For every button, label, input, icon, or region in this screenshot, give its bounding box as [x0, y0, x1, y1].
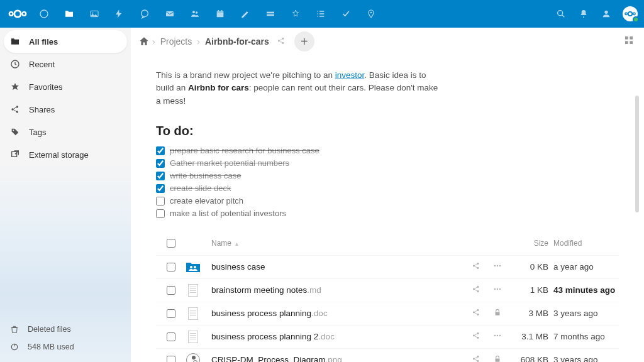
svg-point-16	[370, 12, 372, 14]
svg-point-5	[92, 13, 93, 14]
select-all-checkbox[interactable]	[167, 239, 175, 248]
row-checkbox[interactable]	[167, 286, 175, 295]
svg-point-25	[16, 106, 18, 107]
share-icon[interactable]	[472, 354, 480, 362]
row-checkbox[interactable]	[167, 263, 175, 272]
home-icon[interactable]	[138, 36, 150, 47]
share-icon[interactable]	[472, 331, 480, 342]
row-checkbox[interactable]	[167, 356, 175, 362]
folder-description: This is a brand new project we're pitchi…	[156, 69, 439, 107]
maps-icon[interactable]	[358, 0, 384, 28]
deck-icon[interactable]	[258, 0, 283, 28]
check-icon[interactable]	[333, 0, 358, 28]
todo-checkbox[interactable]	[156, 159, 165, 168]
svg-point-31	[282, 38, 284, 40]
calendar-icon[interactable]	[208, 0, 233, 28]
todo-checkbox[interactable]	[156, 172, 165, 180]
file-modified: 3 years ago	[553, 309, 619, 318]
dashboard-icon[interactable]	[31, 0, 57, 28]
scrollbar[interactable]	[635, 96, 639, 212]
file-row[interactable]: business process planning.doc 3 MB 3 yea…	[156, 302, 619, 325]
nav-all-files[interactable]: All files	[4, 30, 127, 53]
user-avatar[interactable]	[623, 6, 638, 21]
svg-point-41	[477, 267, 479, 269]
file-modified: 3 years ago	[553, 355, 619, 362]
todo-checkbox[interactable]	[156, 184, 165, 193]
svg-point-0	[14, 11, 21, 17]
nav-tags[interactable]: Tags	[4, 121, 127, 143]
contacts-menu-icon[interactable]	[596, 0, 616, 28]
nav-label: External storage	[29, 150, 89, 160]
svg-rect-36	[630, 41, 633, 44]
share-icon[interactable]	[472, 285, 480, 295]
row-checkbox[interactable]	[167, 309, 175, 318]
breadcrumb-separator: ›	[197, 36, 200, 47]
nav-shares[interactable]: Shares	[4, 98, 127, 121]
svg-point-46	[477, 286, 479, 288]
nav-deleted[interactable]: Deleted files	[10, 321, 121, 338]
file-modified: 43 minutes ago	[553, 285, 619, 295]
file-type-icon	[184, 330, 203, 344]
more-icon[interactable]	[493, 331, 502, 342]
todo-label: write business case	[170, 171, 241, 180]
nav-external[interactable]: External storage	[4, 143, 127, 166]
todo-checkbox[interactable]	[156, 146, 165, 155]
todo-list: prepare basic research for business case…	[156, 145, 619, 220]
nextcloud-logo[interactable]	[6, 3, 29, 25]
svg-point-19	[604, 11, 608, 14]
file-row[interactable]: CRISP-DM_Process_Diagram.png 608 KB 3 ye…	[156, 348, 619, 362]
svg-rect-33	[625, 36, 628, 40]
add-button[interactable]: +	[294, 31, 314, 52]
svg-point-59	[497, 335, 498, 336]
share-icon[interactable]	[472, 308, 480, 319]
presence-indicator	[633, 16, 639, 23]
todo-checkbox[interactable]	[156, 197, 165, 206]
todo-item: make a list of potential investors	[156, 207, 619, 220]
file-row[interactable]: brainstorm meeting notes.md 1 KB 43 minu…	[156, 278, 619, 302]
todo-item: write business case	[156, 170, 619, 182]
notes-icon[interactable]	[233, 0, 258, 28]
breadcrumb-item[interactable]: Projects	[158, 36, 195, 47]
file-list-header: Name▴ Size Modified	[156, 233, 619, 255]
more-icon[interactable]	[493, 261, 502, 272]
talk-icon[interactable]	[132, 0, 157, 28]
svg-rect-35	[625, 41, 628, 44]
investor-link[interactable]: investor	[335, 70, 365, 80]
share-icon[interactable]	[472, 261, 480, 272]
file-ext: .png	[326, 355, 342, 362]
svg-point-49	[497, 288, 498, 290]
share-icon[interactable]	[277, 36, 286, 47]
svg-point-48	[494, 288, 496, 290]
activity-icon[interactable]	[107, 0, 132, 28]
svg-point-20	[628, 12, 632, 16]
svg-point-44	[499, 265, 501, 266]
photos-icon[interactable]	[82, 0, 107, 28]
upgrade-icon[interactable]	[283, 0, 308, 28]
view-toggle-icon[interactable]	[624, 35, 634, 47]
nav-favorites[interactable]: Favorites	[4, 75, 127, 98]
todo-checkbox[interactable]	[156, 209, 165, 218]
col-size-label[interactable]: Size	[506, 239, 553, 248]
col-name-label[interactable]: Name	[211, 239, 231, 248]
file-size: 0 KB	[506, 262, 553, 272]
svg-point-40	[477, 263, 479, 265]
svg-point-45	[473, 288, 475, 290]
more-icon[interactable]	[493, 285, 502, 295]
file-row[interactable]: business case 0 KB a year ago	[156, 255, 619, 278]
contacts-icon[interactable]	[182, 0, 208, 28]
notifications-icon[interactable]	[574, 0, 594, 28]
mail-icon[interactable]	[157, 0, 182, 28]
tasks-icon[interactable]	[308, 0, 333, 28]
file-row[interactable]: business process planning 2.doc 3.1 MB 7…	[156, 325, 619, 348]
svg-rect-54	[496, 312, 500, 315]
col-modified-label[interactable]: Modified	[553, 239, 619, 248]
breadcrumb-current[interactable]: Airbnb-for-cars	[203, 36, 272, 47]
search-icon[interactable]	[551, 0, 571, 28]
file-name: CRISP-DM_Process_Diagram	[211, 355, 326, 362]
storage-label: 548 MB used	[28, 343, 74, 351]
file-list: Name▴ Size Modified business case 0 KB a…	[156, 233, 619, 362]
files-icon[interactable]	[57, 0, 82, 28]
row-checkbox[interactable]	[167, 332, 175, 341]
nav-recent[interactable]: Recent	[4, 53, 127, 75]
file-ext: .doc	[318, 332, 335, 341]
